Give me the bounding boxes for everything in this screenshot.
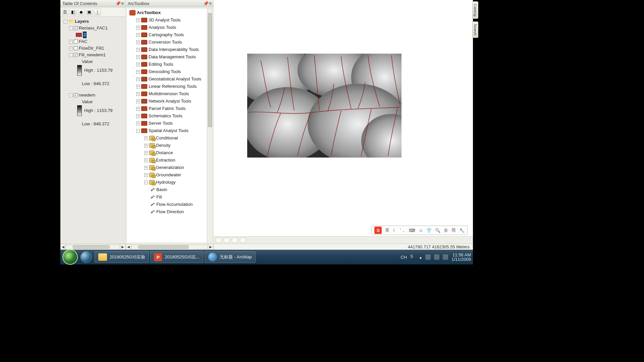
layout-view-icon[interactable] [224, 238, 230, 243]
tool-item[interactable]: Flow Accumulation [127, 201, 212, 208]
ime-full[interactable]: 全 [444, 227, 448, 233]
tray-lang[interactable]: CH [400, 255, 407, 260]
expand-icon[interactable]: + [144, 159, 148, 162]
sogou-logo-icon[interactable]: S [374, 227, 382, 234]
list-by-selection-icon[interactable]: ▣ [86, 9, 93, 15]
toolbox-header[interactable]: ArcToolbox 📌 ✕ [126, 0, 213, 7]
expand-icon[interactable]: + [136, 85, 140, 88]
checkbox-checked-icon[interactable]: ✓ [74, 53, 78, 57]
magnify-icon[interactable]: 🔍 [435, 228, 440, 233]
toolset-item[interactable]: + Density [127, 142, 212, 149]
tool-item[interactable]: Fill [127, 193, 212, 201]
pinned-app-icon[interactable] [80, 251, 92, 263]
taskbar-item-arcmap[interactable]: 无标题 - ArcMap [205, 251, 255, 263]
scroll-thumb[interactable] [73, 245, 110, 249]
expand-icon[interactable]: + [136, 41, 140, 44]
scroll-right-icon[interactable]: ► [120, 244, 125, 250]
battery-icon[interactable] [443, 254, 448, 260]
collapse-icon[interactable]: − [69, 26, 73, 30]
scroll-track[interactable] [66, 245, 120, 249]
toolbox-item[interactable]: + Data Management Tools [127, 53, 212, 61]
expand-icon[interactable]: + [136, 55, 140, 59]
toolbox-root[interactable]: ArcToolbox [127, 9, 212, 16]
toolset-item[interactable]: + Extraction [127, 157, 212, 164]
search-tab[interactable]: Search [472, 21, 478, 38]
taskbar-item-folder[interactable]: 20180525GIS实验 [95, 251, 149, 263]
checkbox-unchecked-icon[interactable] [74, 46, 78, 50]
toolbox-item[interactable]: + Conversion Tools [127, 39, 212, 46]
scroll-left-icon[interactable]: ◄ [126, 244, 131, 250]
toolbox-item[interactable]: − Spatial Analyst Tools [127, 127, 212, 134]
toolbox-item[interactable]: + Data Interoperability Tools [127, 46, 212, 53]
toolbox-hscroll[interactable]: ◄ ► [126, 244, 213, 250]
toolbox-item[interactable]: + Linear Referencing Tools [127, 83, 212, 90]
wrench-icon[interactable]: 🔧 [459, 228, 465, 233]
expand-icon[interactable]: + [136, 26, 140, 29]
pause-icon[interactable] [240, 238, 246, 243]
toolset-item[interactable]: + Generalization [127, 164, 212, 171]
toolset-item[interactable]: + Groundwater [127, 171, 212, 179]
shirt-icon[interactable]: 👕 [426, 228, 432, 233]
toolbox-tree[interactable]: ArcToolbox + 3D Analyst Tools + Analysis… [126, 8, 213, 243]
toolbox-item[interactable]: + Network Analyst Tools [127, 98, 212, 105]
close-icon[interactable]: ✕ [120, 1, 125, 6]
layer-reclass-fac1[interactable]: − ✓ Reclass_FAC1 [61, 25, 125, 32]
layer-fac[interactable]: + FAC [61, 38, 125, 45]
list-by-visibility-icon[interactable]: ◆ [78, 9, 85, 15]
expand-icon[interactable]: + [69, 40, 73, 44]
volume-icon[interactable] [425, 254, 431, 260]
scroll-thumb[interactable] [208, 13, 212, 127]
expand-icon[interactable]: + [136, 100, 140, 103]
map-view[interactable]: Catalog Search S 英 ☾ '， ⌨ ☺ 👕 🔍 全 简 🔧 44… [214, 0, 473, 250]
reclass-symbol[interactable]: 2 [61, 32, 125, 38]
expand-icon[interactable]: + [144, 151, 148, 155]
map-canvas[interactable] [247, 54, 401, 158]
windows-taskbar[interactable]: 20180525GIS实验 P 20180525GIS实... 无标题 - Ar… [60, 250, 473, 264]
expand-icon[interactable]: + [136, 77, 140, 81]
collapse-icon[interactable]: − [144, 181, 148, 184]
toolset-item[interactable]: + Distance [127, 149, 212, 157]
data-view-icon[interactable] [216, 238, 222, 243]
options-icon[interactable]: ⋮ [94, 9, 101, 15]
moon-icon[interactable]: ☾ [393, 228, 397, 233]
pin-icon[interactable]: 📌 [115, 1, 120, 6]
collapse-icon[interactable]: − [136, 129, 140, 133]
system-tray[interactable]: CH S ▴ 11:56 AM 1/11/2009 [400, 253, 471, 261]
expand-icon[interactable]: + [136, 92, 140, 96]
layer-flowdir[interactable]: + FlowDir_Fill1 [61, 45, 125, 52]
layer-newdem[interactable]: − ✓ newdem [61, 92, 125, 99]
collapse-icon[interactable]: − [69, 94, 73, 97]
scroll-right-icon[interactable]: ► [208, 244, 213, 250]
scroll-thumb[interactable] [138, 245, 189, 249]
checkbox-checked-icon[interactable]: ✓ [74, 26, 78, 30]
person-icon[interactable]: ☺ [419, 228, 423, 233]
layer-fill-newdem1[interactable]: − ✓ Fill_newdem1 [61, 52, 125, 58]
expand-icon[interactable]: + [136, 70, 140, 74]
expand-icon[interactable]: + [136, 18, 140, 22]
toolbox-item[interactable]: + 3D Analyst Tools [127, 16, 212, 24]
network-icon[interactable] [434, 254, 439, 260]
toolbox-item[interactable]: + Geocoding Tools [127, 68, 212, 75]
toolset-item[interactable]: − Hydrology [127, 179, 212, 186]
expand-icon[interactable]: + [144, 136, 148, 140]
toc-header[interactable]: Table Of Contents 📌 ✕ [60, 0, 125, 7]
expand-icon[interactable]: + [144, 173, 148, 177]
tray-chevron-icon[interactable]: ▴ [420, 255, 422, 260]
catalog-tab[interactable]: Catalog [472, 1, 478, 19]
list-by-source-icon[interactable]: ◧ [70, 9, 76, 15]
pin-icon[interactable]: 📌 [203, 1, 208, 6]
expand-icon[interactable]: + [144, 144, 148, 147]
scroll-left-icon[interactable]: ◄ [60, 244, 66, 250]
close-icon[interactable]: ✕ [208, 1, 213, 6]
expand-icon[interactable]: + [136, 107, 140, 111]
checkbox-checked-icon[interactable]: ✓ [74, 93, 78, 97]
expand-icon[interactable]: + [144, 166, 148, 170]
reclass-value-selected[interactable]: 2 [83, 32, 87, 38]
tool-item[interactable]: Flow Direction [127, 208, 212, 216]
ime-toolbar[interactable]: S 英 ☾ '， ⌨ ☺ 👕 🔍 全 简 🔧 [371, 226, 468, 235]
sogou-tray-icon[interactable]: S [410, 254, 416, 260]
expand-icon[interactable]: + [136, 63, 140, 66]
toolbox-item[interactable]: + Schematics Tools [127, 112, 212, 120]
layers-root[interactable]: − 📁 Layers [61, 18, 125, 25]
expand-icon[interactable]: + [136, 33, 140, 37]
